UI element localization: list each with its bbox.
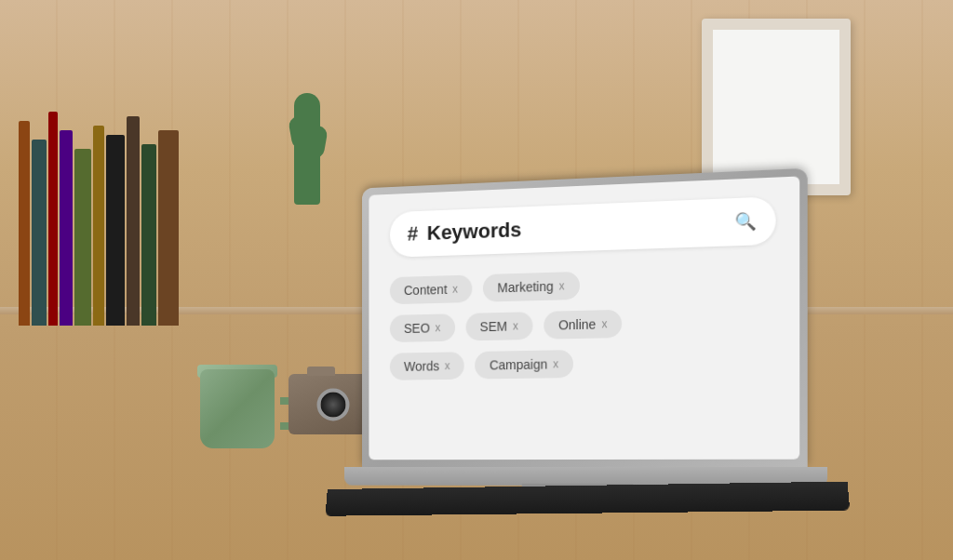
tag-sem-label: SEM [480,319,507,334]
book-5 [74,149,91,326]
tag-content-label: Content [404,282,448,298]
laptop-screen-content: # Keywords 🔍 Content x Marketing x [369,176,799,460]
tag-content[interactable]: Content x [390,274,472,304]
tag-campaign-close[interactable]: x [553,357,558,370]
laptop-keyboard [326,482,851,516]
tag-seo[interactable]: SEO x [390,313,455,342]
tags-area: Content x Marketing x SEO x [390,265,776,380]
book-6 [93,126,104,326]
tag-campaign[interactable]: Campaign x [475,350,573,379]
laptop-screen-inner: # Keywords 🔍 Content x Marketing x [369,176,799,460]
tags-row-3: Words x Campaign x [390,346,776,380]
book-3 [48,112,58,326]
search-title: Keywords [427,210,725,246]
tag-marketing[interactable]: Marketing x [483,272,580,302]
tag-online[interactable]: Online x [544,310,622,340]
tag-seo-close[interactable]: x [436,321,441,334]
books-shelf [19,37,205,326]
book-1 [19,121,30,326]
book-8 [127,116,140,326]
search-icon: 🔍 [734,210,756,232]
book-2 [32,140,47,326]
tag-words[interactable]: Words x [390,352,464,380]
tag-sem[interactable]: SEM x [465,312,532,340]
tag-seo-label: SEO [404,321,430,336]
laptop-screen-outer: # Keywords 🔍 Content x Marketing x [362,168,808,467]
book-9 [141,144,156,326]
tag-words-label: Words [404,359,439,374]
tags-row-1: Content x Marketing x [390,265,776,304]
book-4 [60,130,73,326]
book-10 [158,130,179,326]
coffee-mug [200,355,284,448]
tag-online-close[interactable]: x [601,317,607,330]
laptop: # Keywords 🔍 Content x Marketing x [316,179,838,513]
book-7 [106,135,125,326]
tag-words-close[interactable]: x [445,359,450,372]
search-bar[interactable]: # Keywords 🔍 [390,196,776,258]
tag-marketing-close[interactable]: x [559,279,565,292]
hash-icon: # [408,222,419,247]
tag-online-label: Online [558,317,596,333]
mug-body [200,369,275,448]
tag-campaign-label: Campaign [490,357,547,373]
tag-sem-close[interactable]: x [513,319,518,332]
tag-marketing-label: Marketing [497,279,553,296]
tag-content-close[interactable]: x [452,283,458,296]
tags-row-2: SEO x SEM x Online x [390,306,776,342]
